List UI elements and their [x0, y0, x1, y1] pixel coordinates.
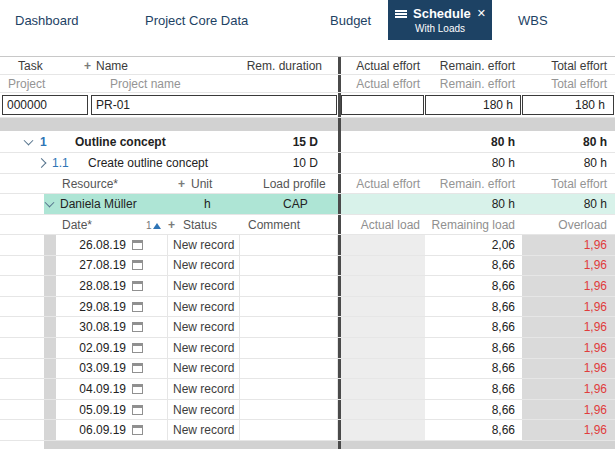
actual-load-cell[interactable] — [341, 317, 425, 337]
status-cell[interactable]: New record — [168, 276, 240, 296]
calendar-icon[interactable] — [132, 322, 143, 332]
col-name-label: Name — [96, 59, 128, 73]
resource-name[interactable]: Daniela Müller — [60, 197, 137, 211]
project-name-field[interactable]: PR-01 — [91, 95, 337, 115]
remaining-load-cell[interactable]: 8,66 — [425, 379, 522, 399]
menu-icon[interactable] — [395, 10, 407, 18]
resource-remain-effort[interactable]: 80 h — [425, 194, 522, 214]
date-cell[interactable]: 26.08.19 — [56, 235, 168, 255]
remaining-load-cell[interactable]: 8,66 — [425, 317, 522, 337]
comment-cell[interactable] — [240, 256, 338, 276]
task-rem-duration[interactable]: 15 D — [293, 135, 318, 149]
actual-load-cell[interactable] — [341, 400, 425, 420]
actual-load-cell[interactable] — [341, 235, 425, 255]
close-icon[interactable] — [477, 8, 486, 19]
comment-cell[interactable] — [240, 420, 338, 440]
actual-load-cell[interactable] — [341, 297, 425, 317]
status-cell[interactable]: New record — [168, 235, 240, 255]
task-row[interactable]: 1 Outline concept 15 D 80 h 80 h — [0, 131, 615, 153]
comment-cell[interactable] — [240, 276, 338, 296]
comment-cell[interactable] — [240, 297, 338, 317]
remaining-load-cell[interactable]: 8,66 — [425, 359, 522, 379]
sort-control[interactable]: 1 — [146, 218, 161, 232]
task-name[interactable]: Create outline concept — [88, 156, 208, 170]
remaining-load-cell[interactable]: 8,66 — [425, 400, 522, 420]
remaining-load-cell[interactable]: 2,06 — [425, 235, 522, 255]
status-cell[interactable]: New record — [168, 359, 240, 379]
actual-load-cell[interactable] — [341, 359, 425, 379]
date-cell[interactable]: 06.09.19 — [56, 420, 168, 440]
task-name[interactable]: Outline concept — [75, 135, 166, 149]
actual-load-cell[interactable] — [341, 420, 425, 440]
remaining-load-cell[interactable]: 8,66 — [425, 420, 522, 440]
calendar-icon[interactable] — [132, 240, 143, 250]
project-actual-effort-field[interactable] — [341, 95, 424, 115]
calendar-icon[interactable] — [132, 343, 143, 353]
comment-cell[interactable] — [240, 338, 338, 358]
add-load-button[interactable]: + — [168, 218, 175, 232]
resource-row[interactable]: Daniela Müller h CAP 80 h 80 h — [0, 194, 615, 215]
remaining-load-cell[interactable]: 8,66 — [425, 256, 522, 276]
date-cell[interactable]: 04.09.19 — [56, 379, 168, 399]
collapse-chevron-icon[interactable] — [45, 198, 55, 208]
status-cell[interactable]: New record — [168, 297, 240, 317]
status-cell[interactable]: New record — [168, 379, 240, 399]
calendar-icon[interactable] — [132, 425, 143, 435]
task-remain-effort[interactable]: 80 h — [425, 131, 522, 152]
add-task-button[interactable]: + — [84, 59, 91, 73]
status-cell[interactable]: New record — [168, 338, 240, 358]
calendar-icon[interactable] — [132, 363, 143, 373]
actual-load-cell[interactable] — [341, 256, 425, 276]
date-cell[interactable]: 02.09.19 — [56, 338, 168, 358]
calendar-icon[interactable] — [132, 302, 143, 312]
date-cell[interactable]: 05.09.19 — [56, 400, 168, 420]
tab-schedule[interactable]: Schedule With Loads — [388, 0, 492, 40]
task-number[interactable]: 1.1 — [52, 156, 69, 170]
calendar-icon[interactable] — [132, 384, 143, 394]
comment-cell[interactable] — [240, 400, 338, 420]
date-cell[interactable]: 30.08.19 — [56, 317, 168, 337]
calendar-icon[interactable] — [132, 405, 143, 415]
actual-load-cell[interactable] — [341, 338, 425, 358]
resource-unit[interactable]: h — [204, 197, 211, 211]
resource-load-profile[interactable]: CAP — [283, 197, 308, 211]
comment-cell[interactable] — [240, 235, 338, 255]
status-cell[interactable]: New record — [168, 256, 240, 276]
actual-load-cell[interactable] — [341, 276, 425, 296]
project-remain-effort-field[interactable]: 180 h — [425, 95, 521, 115]
date-value: 03.09.19 — [58, 361, 126, 375]
date-cell[interactable]: 28.08.19 — [56, 276, 168, 296]
task-number[interactable]: 1 — [40, 135, 47, 149]
remaining-load-cell[interactable]: 8,66 — [425, 276, 522, 296]
add-resource-button[interactable]: + — [178, 177, 185, 191]
comment-cell[interactable] — [240, 359, 338, 379]
sort-asc-icon[interactable] — [153, 223, 161, 229]
expand-chevron-icon[interactable] — [37, 158, 47, 168]
date-cell[interactable]: 27.08.19 — [56, 256, 168, 276]
resource-actual-effort[interactable] — [341, 194, 425, 214]
task-remain-effort[interactable]: 80 h — [425, 153, 522, 173]
task-rem-duration[interactable]: 10 D — [293, 156, 318, 170]
tab-wbs[interactable]: WBS — [518, 0, 548, 40]
tab-dashboard[interactable]: Dashboard — [15, 0, 79, 40]
status-cell[interactable]: New record — [168, 420, 240, 440]
comment-cell[interactable] — [240, 379, 338, 399]
tab-project-core-data[interactable]: Project Core Data — [145, 0, 248, 40]
project-total-effort-field[interactable]: 180 h — [522, 95, 614, 115]
date-cell[interactable]: 03.09.19 — [56, 359, 168, 379]
task-row[interactable]: 1.1 Create outline concept 10 D 80 h 80 … — [0, 153, 615, 174]
remaining-load-cell[interactable]: 8,66 — [425, 338, 522, 358]
task-actual-effort[interactable] — [341, 131, 425, 152]
collapse-chevron-icon[interactable] — [24, 135, 34, 145]
remaining-load-cell[interactable]: 8,66 — [425, 297, 522, 317]
calendar-icon[interactable] — [132, 260, 143, 270]
comment-cell[interactable] — [240, 317, 338, 337]
status-cell[interactable]: New record — [168, 317, 240, 337]
project-id-field[interactable]: 000000 — [2, 95, 88, 115]
task-actual-effort[interactable] — [341, 153, 425, 173]
actual-load-cell[interactable] — [341, 379, 425, 399]
tab-budget[interactable]: Budget — [330, 0, 371, 40]
date-cell[interactable]: 29.08.19 — [56, 297, 168, 317]
calendar-icon[interactable] — [132, 281, 143, 291]
status-cell[interactable]: New record — [168, 400, 240, 420]
